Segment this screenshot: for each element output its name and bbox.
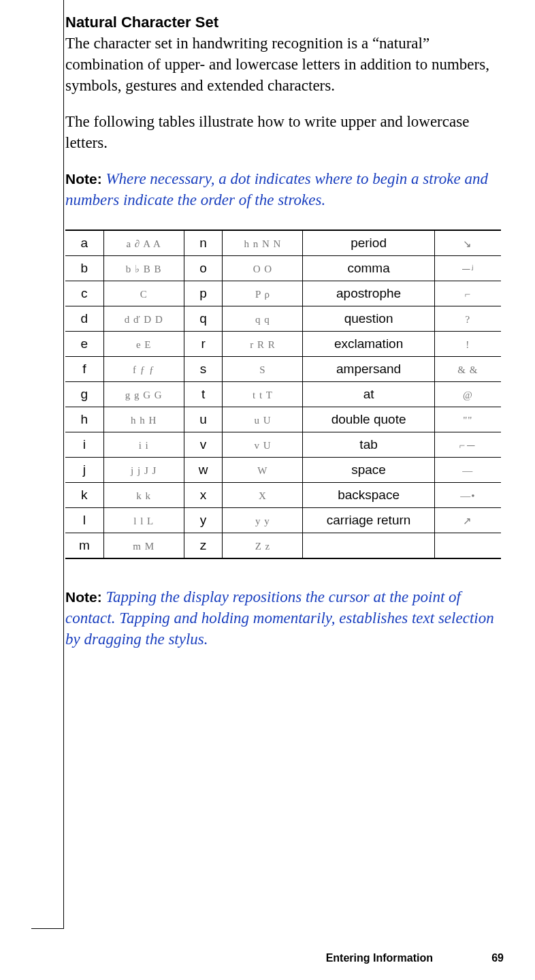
punctuation-label-cell: period — [303, 230, 434, 256]
note-1-body: Where necessary, a dot indicates where t… — [65, 170, 488, 208]
letter-cell: b — [65, 256, 103, 281]
punctuation-label-cell: carriage return — [303, 508, 434, 533]
table-row: ee Err R Rexclamation! — [65, 332, 501, 357]
letter-cell: u — [184, 407, 223, 432]
page: Natural Character Set The character set … — [0, 0, 535, 980]
letter-cell: x — [184, 483, 223, 508]
table-row: aa ∂ A Anh n N Nperiod↘ — [65, 230, 501, 256]
stroke-glyph-cell: u U — [223, 407, 303, 432]
letter-cell: k — [65, 483, 103, 508]
punctuation-label-cell: tab — [303, 432, 434, 458]
stroke-glyph-cell: P ρ — [223, 281, 303, 306]
punctuation-label-cell: comma — [303, 256, 434, 281]
letter-cell: v — [184, 432, 223, 458]
letter-cell: f — [65, 357, 103, 382]
stroke-glyph-cell: h n N N — [223, 230, 303, 256]
punctuation-glyph-cell: ⸺ʲ — [434, 256, 501, 281]
section-heading: Natural Character Set — [65, 14, 508, 31]
punctuation-glyph-cell: ? — [434, 306, 501, 332]
stroke-glyph-cell: S — [223, 357, 303, 382]
punctuation-glyph-cell: —• — [434, 483, 501, 508]
intro-paragraph-1: The character set in handwriting recogni… — [65, 33, 508, 96]
table-row: hh h Huu Udouble quote"" — [65, 407, 501, 432]
letter-cell: j — [65, 458, 103, 483]
punctuation-glyph-cell: ↘ — [434, 230, 501, 256]
table-row: kk kxXbackspace—• — [65, 483, 501, 508]
stroke-glyph-cell: e E — [103, 332, 184, 357]
intro-paragraph-2: The following tables illustrate how to w… — [65, 111, 508, 153]
punctuation-label-cell: exclamation — [303, 332, 434, 357]
stroke-glyph-cell: j j J J — [103, 458, 184, 483]
letter-cell: s — [184, 357, 223, 382]
punctuation-label-cell — [303, 533, 434, 559]
stroke-glyph-cell: t t T — [223, 382, 303, 407]
punctuation-label-cell: at — [303, 382, 434, 407]
stroke-glyph-cell: O O — [223, 256, 303, 281]
footer-page-number: 69 — [491, 952, 504, 964]
margin-rule — [31, 0, 64, 929]
letter-cell: d — [65, 306, 103, 332]
table-row: jj j J JwWspace— — [65, 458, 501, 483]
punctuation-label-cell: backspace — [303, 483, 434, 508]
table-row: gg g G Gtt t Tat@ — [65, 382, 501, 407]
stroke-glyph-cell: l l L — [103, 508, 184, 533]
punctuation-glyph-cell — [434, 533, 501, 559]
table-row: ff ƒ ƒsSampersand& & — [65, 357, 501, 382]
punctuation-glyph-cell: — — [434, 458, 501, 483]
stroke-glyph-cell: r R R — [223, 332, 303, 357]
stroke-glyph-cell: b ♭ B B — [103, 256, 184, 281]
content-area: Natural Character Set The character set … — [65, 14, 508, 669]
note-1: Note: Where necessary, a dot indicates w… — [65, 168, 508, 210]
punctuation-glyph-cell: "" — [434, 407, 501, 432]
letter-cell: a — [65, 230, 103, 256]
stroke-glyph-cell: C — [103, 281, 184, 306]
letter-cell: n — [184, 230, 223, 256]
note-2: Note: Tapping the display repositions th… — [65, 586, 508, 650]
punctuation-glyph-cell: ! — [434, 332, 501, 357]
stroke-glyph-cell: m M — [103, 533, 184, 559]
punctuation-glyph-cell: ⌐ — [434, 281, 501, 306]
stroke-glyph-cell: W — [223, 458, 303, 483]
table-row: bb ♭ B BoO Ocomma⸺ʲ — [65, 256, 501, 281]
stroke-glyph-cell: y y — [223, 508, 303, 533]
letter-cell: w — [184, 458, 223, 483]
table-row: dd ď D Dqq qquestion? — [65, 306, 501, 332]
stroke-glyph-cell: k k — [103, 483, 184, 508]
note-label: Note: — [65, 589, 102, 605]
letter-cell: l — [65, 508, 103, 533]
stroke-glyph-cell: X — [223, 483, 303, 508]
footer-chapter-title: Entering Information — [326, 952, 433, 964]
letter-cell: p — [184, 281, 223, 306]
note-2-body: Tapping the display repositions the curs… — [65, 588, 494, 648]
stroke-glyph-cell: Z z — [223, 533, 303, 559]
punctuation-glyph-cell: @ — [434, 382, 501, 407]
note-label: Note: — [65, 171, 102, 187]
stroke-glyph-cell: i i — [103, 432, 184, 458]
table-row: ii ivv Utab⌐⸺ — [65, 432, 501, 458]
stroke-glyph-cell: g g G G — [103, 382, 184, 407]
stroke-glyph-cell: f ƒ ƒ — [103, 357, 184, 382]
stroke-glyph-cell: q q — [223, 306, 303, 332]
letter-cell: g — [65, 382, 103, 407]
stroke-glyph-cell: a ∂ A A — [103, 230, 184, 256]
letter-cell: y — [184, 508, 223, 533]
letter-cell: e — [65, 332, 103, 357]
letter-cell: t — [184, 382, 223, 407]
letter-cell: z — [184, 533, 223, 559]
punctuation-glyph-cell: ↗ — [434, 508, 501, 533]
letter-cell: o — [184, 256, 223, 281]
letter-cell: q — [184, 306, 223, 332]
stroke-glyph-cell: h h H — [103, 407, 184, 432]
stroke-glyph-cell: v U — [223, 432, 303, 458]
character-stroke-table: aa ∂ A Anh n N Nperiod↘bb ♭ B BoO Ocomma… — [65, 230, 501, 559]
punctuation-label-cell: double quote — [303, 407, 434, 432]
table-row: mm MzZ z — [65, 533, 501, 559]
letter-cell: r — [184, 332, 223, 357]
letter-cell: i — [65, 432, 103, 458]
punctuation-label-cell: ampersand — [303, 357, 434, 382]
letter-cell: h — [65, 407, 103, 432]
punctuation-glyph-cell: & & — [434, 357, 501, 382]
punctuation-label-cell: question — [303, 306, 434, 332]
table-row: cCpP ρapostrophe⌐ — [65, 281, 501, 306]
punctuation-glyph-cell: ⌐⸺ — [434, 432, 501, 458]
